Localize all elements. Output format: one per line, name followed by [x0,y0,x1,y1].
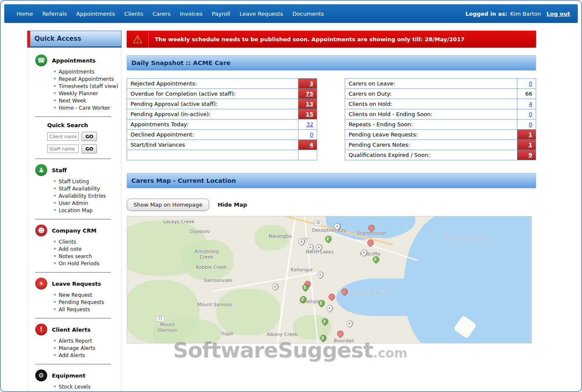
sidebar-item-on-hold-periods[interactable]: On Hold Periods [59,260,121,267]
sidebar-item-appointments[interactable]: Appointments [59,68,121,75]
map-label-mount-samson: Mount Samson [197,302,232,307]
stat-value[interactable]: 75 [298,89,317,99]
stat-row [127,150,317,160]
leave-sun-icon: ☀ [35,278,47,290]
stat-label: Clients on Hold: [345,99,517,109]
daily-snapshot-title: Daily Snapshot :: ACME Care [131,60,230,66]
nav-item-carers[interactable]: Carers [148,11,175,17]
sidebar-item-all-requests[interactable]: All Requests [59,306,121,313]
nav-item-leave-requests[interactable]: Leave Requests [235,11,287,17]
sidebar-section-head: ☻Company CRM [35,224,121,236]
map-pin-gray[interactable] [325,304,334,312]
map-canvas[interactable]: Laceys CreekDayboroNarangbaDeception Bay… [127,216,532,344]
stat-label: Carers on Leave: [345,79,517,89]
quick-search-panel: Quick Search GO GO [47,122,121,153]
stat-value[interactable]: 4 [298,140,317,150]
schedule-alert-banner: ⚠ The weekly schedule needs to be publis… [127,31,536,48]
stat-value[interactable]: 3 [298,79,317,89]
stat-value[interactable]: 32 [298,119,317,130]
sidebar-item-add-alerts[interactable]: Add Alerts [59,352,121,359]
map-pin-red[interactable] [327,293,336,301]
sidebar-item-manage-alerts[interactable]: Manage Alerts [59,344,121,352]
stat-value[interactable]: 0 [298,130,317,140]
carers-map-title: Carers Map - Current Location [131,177,236,184]
show-map-on-homepage-button[interactable]: Show Map on Homepage [127,199,209,211]
stat-value[interactable]: 0 [517,79,536,89]
sidebar-item-staff-availability[interactable]: Staff Availability [59,185,121,192]
sidebar-item-next-week[interactable]: Next Week [59,97,121,104]
carers-map-header: Carers Map - Current Location [127,173,536,188]
stat-row: Pending Leave Requests:1 [345,130,536,140]
stat-row: Overdue for Completion (active staff):75 [127,89,317,99]
nav-right: Logged in as: Kim Barton Log out [466,11,570,17]
nav-item-clients[interactable]: Clients [119,11,148,17]
sidebar-item-timesheets-staff-view[interactable]: Timesheets (staff view) [59,82,121,90]
stat-value[interactable]: 15 [298,109,317,119]
sidebar-header: Quick Access [27,31,122,48]
sidebar-item-notes-search[interactable]: Notes search [59,253,121,260]
stat-value[interactable]: 0 [517,109,536,119]
sidebar-item-clients[interactable]: Clients [59,238,121,245]
client-name-input[interactable] [47,132,79,141]
stat-row: Clients on Hold:4 [345,99,536,109]
stat-value[interactable]: 9 [517,150,536,160]
stat-value[interactable]: 1 [517,130,536,140]
sidebar-item-home-care-worker[interactable]: Home - Care Worker [59,104,121,111]
map-route-shield-26: 26 [314,220,322,226]
stat-value[interactable]: 0 [517,119,536,130]
sidebar-section-head: ☎Appointments [35,54,121,66]
stat-row: Carers on Duty:66 [345,89,536,99]
map-pin-gray[interactable] [271,282,279,291]
sidebar-item-staff-usage[interactable]: Staff Usage [59,390,121,392]
sidebar-item-weekly-planner[interactable]: Weekly Planner [59,90,121,97]
nav-item-payroll[interactable]: Payroll [207,11,235,17]
stat-label: Pending Leave Requests: [345,130,517,140]
sidebar-item-availability-entries[interactable]: Availability Entries [59,192,121,199]
client-search-go-button[interactable]: GO [82,132,97,141]
sidebar-item-list: Staff ListingStaff AvailabilityAvailabil… [59,178,121,214]
sidebar-item-add-note[interactable]: Add note [59,245,121,253]
nav-item-documents[interactable]: Documents [288,11,329,17]
logout-link[interactable]: Log out [547,11,570,17]
sidebar-section-head: ♟Staff [35,164,121,176]
map-label-deception-bay: Deception Bay [312,227,346,233]
stat-value[interactable]: 13 [298,99,317,109]
sidebar-item-location-map[interactable]: Location Map [59,207,121,214]
map-pin-gray[interactable] [316,270,324,279]
snapshot-right-table: Carers on Leave:0Carers on Duty:66Client… [345,78,536,160]
sidebar-section-client-alerts: !Client AlertsAlerts ReportManage Alerts… [35,324,121,359]
crm-contact-icon: ☻ [35,224,47,236]
map-pin-green[interactable]: Z [324,235,332,243]
stat-value[interactable]: 4 [517,99,536,109]
sidebar-item-stock-levels[interactable]: Stock Levels [59,383,121,390]
logged-in-user: Kim Barton [510,11,541,17]
sidebar-section-title: Appointments [52,57,96,64]
map-route-shield-31: 31 [156,316,164,321]
stat-label: Pending Carers Notes: [345,140,517,150]
stat-row: Pending Approval (in-active):15 [127,109,317,119]
staff-search-go-button[interactable]: GO [82,144,97,153]
sidebar-item-staff-listing[interactable]: Staff Listing [59,178,121,185]
nav-item-invoices[interactable]: Invoices [175,11,207,17]
stat-label: Qualifications Expired / Soon: [345,150,517,160]
sidebar-item-list: New RequestPending RequestsAll Requests [59,291,121,313]
calendar-phone-icon: ☎ [35,54,47,66]
sidebar-item-pending-requests[interactable]: Pending Requests [59,298,121,306]
sidebar-item-new-request[interactable]: New Request [59,291,121,298]
nav-item-home[interactable]: Home [12,11,37,17]
tools-icon: ⚙ [35,369,47,381]
staff-name-input[interactable] [47,145,79,153]
nav-item-appointments[interactable]: Appointments [71,11,119,17]
pin-label: Z [323,319,326,324]
hide-map-link[interactable]: Hide Map [218,202,247,208]
sidebar-item-user-admin[interactable]: User Admin [59,199,121,207]
nav-item-referrals[interactable]: Referrals [37,11,71,17]
map-label-bramble-bay: Bramble Bay [345,290,387,296]
stat-row: Repeats - Ending Soon:0 [345,119,536,130]
map-pin-red[interactable] [336,330,344,338]
stat-row: Clients on Hold - Ending Soon:0 [345,109,536,119]
sidebar-item-alerts-report[interactable]: Alerts Report [59,337,121,344]
stat-value[interactable]: 1 [517,140,536,150]
map-pin-gray[interactable] [345,319,354,328]
sidebar-item-repeat-appointments[interactable]: Repeat Appointments [59,75,121,82]
